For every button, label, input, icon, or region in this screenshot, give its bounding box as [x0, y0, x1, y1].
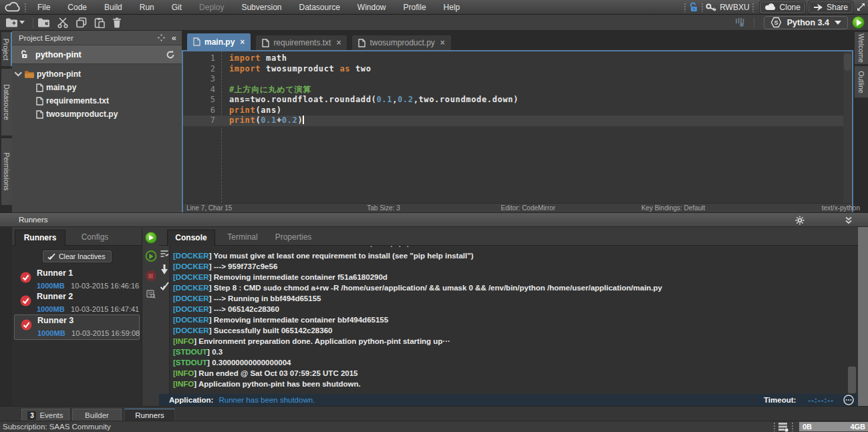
autoscroll-check-icon[interactable] [160, 282, 169, 290]
tab-terminal[interactable]: Terminal [223, 230, 263, 246]
log-line: [STDOUT] 0.30000000000000004 [173, 357, 849, 368]
close-icon[interactable]: × [336, 38, 341, 47]
menu-item[interactable]: Git [163, 0, 190, 15]
chevron-down-icon[interactable] [15, 69, 22, 76]
tab-runners-bottom[interactable]: Runners [124, 409, 175, 421]
shifter-icon[interactable] [735, 17, 746, 27]
editor-scrollbar[interactable] [843, 51, 852, 203]
clone-button[interactable]: Clone [760, 1, 805, 13]
collapse-panel-icon[interactable] [845, 216, 853, 224]
key-bindings-label[interactable]: Key Bindings: Default [641, 204, 706, 212]
run-with-options-button[interactable] [145, 250, 156, 262]
editor-tab-label: twosumproduct.py [370, 38, 434, 47]
application-status[interactable]: Runner has been shutdown. [219, 396, 764, 404]
close-icon[interactable]: × [440, 38, 445, 47]
tab-runners[interactable]: Runners [15, 230, 65, 246]
console-scrollbar-thumb[interactable] [848, 367, 856, 393]
delete-button[interactable] [112, 17, 122, 28]
paste-button[interactable] [94, 17, 105, 28]
code-editor[interactable]: 1 import math 2 import twosumproduct as … [183, 50, 852, 203]
runner-list-tabs: Runners Configs [12, 227, 142, 246]
run-button[interactable] [145, 232, 157, 244]
file-icon [36, 110, 43, 119]
side-panel-tab[interactable]: Permissions [1, 138, 12, 205]
menu-item[interactable]: Build [96, 0, 131, 15]
file-icon [193, 37, 200, 46]
new-project-button[interactable] [5, 17, 18, 27]
share-button[interactable]: Share [809, 1, 853, 13]
tree-folder-row[interactable]: python-pint [12, 67, 182, 81]
project-header-row[interactable]: python-pint [12, 45, 182, 64]
fullscreen-icon[interactable] [857, 3, 865, 11]
close-icon[interactable]: × [240, 37, 245, 47]
log-tag: [INFO [173, 380, 194, 388]
bottom-tab-bar: 3 Events Builder Runners [0, 406, 868, 421]
side-panel-tab[interactable]: Datasource [1, 69, 12, 136]
runner-item[interactable]: Runner 1 1000MB 10-03-2015 16:46:16 [14, 268, 140, 291]
stop-button[interactable] [146, 270, 156, 281]
log-line: [DOCKER] Removing intermediate container… [173, 314, 849, 325]
timeout-value: --:--:-- [808, 396, 834, 404]
log-line: [STDOUT] 0.3 [173, 347, 849, 357]
tree-file-row[interactable]: requirements.txt [12, 94, 182, 107]
tree-file-row[interactable]: twosumproduct.py [12, 107, 182, 121]
collapse-panel-icon[interactable]: « [172, 35, 175, 41]
editor-scrollbar-thumb[interactable] [844, 53, 851, 71]
new-project-dropdown-caret[interactable] [19, 21, 25, 24]
editor-name-label: Editor: CodeMirror [500, 204, 555, 212]
runner-name: Runner 3 [37, 316, 74, 325]
refresh-icon[interactable] [166, 50, 175, 59]
view-logs-icon[interactable] [146, 290, 156, 298]
menu-item[interactable]: Subversion [233, 0, 290, 15]
cut-button[interactable] [57, 17, 69, 28]
code-line: 6 print(ans) [183, 105, 852, 116]
runners-panel-header[interactable]: Runners [0, 212, 868, 227]
runners-panel-title: Runners [19, 216, 47, 224]
menu-item[interactable]: File [29, 0, 59, 15]
copy-button[interactable] [76, 17, 87, 28]
gear-icon[interactable] [795, 216, 805, 225]
runner-item[interactable]: Runner 2 1000MB 10-03-2015 16:47:41 [14, 291, 140, 314]
editor-tab[interactable]: twosumproduct.py × [352, 35, 450, 50]
tab-properties[interactable]: Properties [270, 230, 317, 246]
menu-item[interactable]: Run [131, 0, 163, 15]
console-output[interactable]: · ˙˙ · · · [DOCKER] You must give at lea… [159, 246, 858, 394]
svg-text:S: S [774, 19, 778, 26]
editor-tab[interactable]: main.py × [187, 33, 251, 50]
import-project-button[interactable] [37, 17, 50, 27]
clear-inactives-button[interactable]: Clear Inactives [43, 250, 112, 262]
menu-item[interactable]: Help [435, 0, 469, 15]
environment-selector[interactable]: S Python 3.4 [764, 16, 848, 29]
app-logo-cloud-icon[interactable] [4, 2, 22, 12]
run-button[interactable] [852, 16, 865, 29]
tab-builder[interactable]: Builder [72, 409, 122, 421]
project-explorer-header: Project Explorer « [12, 31, 182, 45]
side-panel-tab[interactable]: Outline [855, 66, 868, 97]
tree-file-label: requirements.txt [46, 96, 109, 105]
unlock-icon[interactable] [688, 2, 699, 12]
menu-item[interactable]: Window [349, 0, 395, 15]
tab-size-label[interactable]: Tab Size: 3 [367, 204, 400, 212]
wrap-text-icon[interactable] [160, 250, 168, 258]
scroll-to-bottom-icon[interactable] [160, 264, 168, 275]
tab-events[interactable]: 3 Events [21, 409, 69, 421]
tab-console[interactable]: Console [167, 230, 215, 246]
tree-file-row[interactable]: main.py [12, 81, 182, 94]
code-line: 2 import twosumproduct as two [183, 64, 852, 75]
menu-item[interactable]: Code [59, 0, 96, 15]
ide-window: File Code Build Run Git Deploy Subversio… [0, 0, 868, 432]
link-with-editor-icon[interactable] [157, 33, 166, 42]
side-panel-tab[interactable]: Welcome [855, 32, 868, 64]
tab-configs[interactable]: Configs [76, 230, 114, 246]
side-panel-tab[interactable]: Project [1, 32, 12, 66]
editor-tab[interactable]: requirements.txt × [256, 35, 347, 50]
timer-options-icon[interactable] [843, 395, 854, 405]
chevron-down-icon [835, 21, 841, 25]
menu-item[interactable]: Deploy [190, 0, 233, 15]
runner-item[interactable]: Runner 3 1000MB 10-03-2015 16:59:08 [14, 314, 140, 340]
file-type-label: text/x-python [822, 204, 860, 212]
log-line: [DOCKER] You must give at least one requ… [173, 250, 849, 261]
menu-item[interactable]: Profile [395, 0, 435, 15]
log-line: [DOCKER] Step 8 : CMD sudo chmod a+rw -R… [173, 282, 849, 293]
menu-item[interactable]: Datasource [290, 0, 348, 15]
